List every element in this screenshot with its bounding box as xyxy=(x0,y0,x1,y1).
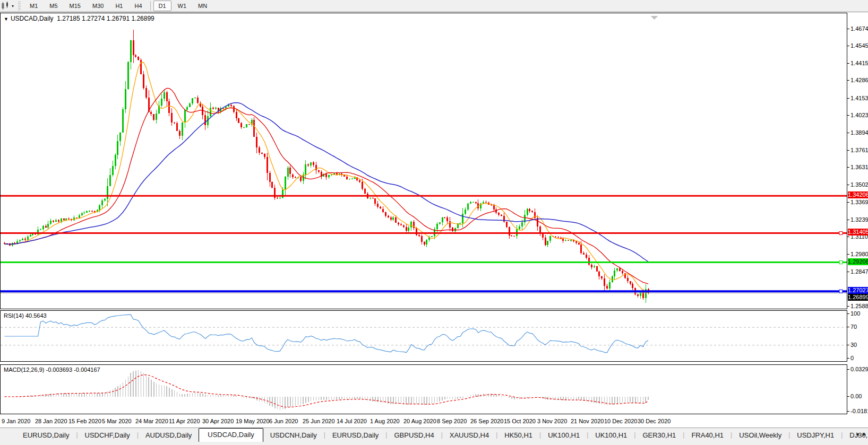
rsi-axis-label: 70 xyxy=(850,324,857,330)
date-axis-label: 8 Sep 2020 xyxy=(437,418,467,424)
macd-axis-label: -0.018154 xyxy=(850,408,868,414)
chart-shift-marker-icon[interactable] xyxy=(651,16,658,20)
macd-axis-tick xyxy=(847,411,849,412)
date-axis-label: 21 Nov 2020 xyxy=(571,418,604,424)
price-axis-tick xyxy=(847,150,849,151)
price-axis-tick xyxy=(847,254,849,255)
level-price-tag: 1.31405 xyxy=(848,229,868,235)
tab-usdchf-daily[interactable]: USDCHF,Daily xyxy=(78,429,137,442)
tab-eurusd-daily[interactable]: EURUSD,Daily xyxy=(16,429,76,442)
rsi-canvas xyxy=(1,311,847,361)
level-price-tag: 1.27027 xyxy=(848,287,868,294)
price-axis-tick xyxy=(847,220,849,220)
macd-axis-label: 0.00 xyxy=(850,393,862,399)
toolbar-drag-handle[interactable] xyxy=(18,2,21,10)
rsi-axis-label: 0 xyxy=(850,355,854,361)
level-line-handle[interactable] xyxy=(839,290,843,293)
tab-fra40-h1[interactable]: FRA40,H1 xyxy=(684,429,731,442)
main-chart-canvas xyxy=(1,13,847,309)
date-axis-label: 30 Apr 2020 xyxy=(202,418,234,424)
tab-gbpusd-h4[interactable]: GBPUSD,H4 xyxy=(387,429,441,442)
date-axis-label: 26 Sep 2020 xyxy=(470,418,503,424)
macd-histogram xyxy=(5,370,649,409)
price-axis-label: 1.46745 xyxy=(850,25,868,32)
price-axis-tick xyxy=(847,306,849,307)
date-axis-label: 25 Jun 2020 xyxy=(303,418,335,424)
tab-usdcnh-daily[interactable]: USDCNH,Daily xyxy=(263,429,324,442)
rsi-axis-tick xyxy=(847,327,849,327)
date-axis-label: 20 Aug 2020 xyxy=(403,418,436,424)
timeframe-button-d1[interactable]: D1 xyxy=(153,1,171,11)
tab-ger30-h1[interactable]: GER30,H1 xyxy=(635,429,683,442)
date-axis-label: 30 Dec 2020 xyxy=(638,418,671,424)
tab-scroll-buttons: ◂ ▸ xyxy=(856,431,866,438)
tab-audusd-daily[interactable]: AUDUSD,Daily xyxy=(139,429,199,442)
tab-usdcad-daily[interactable]: USDCAD,Daily xyxy=(199,428,263,442)
tab-scroll-right-icon[interactable]: ▸ xyxy=(863,431,866,438)
level-line-handle[interactable] xyxy=(839,261,843,264)
price-axis-label: 1.44155 xyxy=(850,60,868,66)
price-axis-label: 1.33690 xyxy=(850,199,868,205)
chart-type-icon[interactable] xyxy=(1,2,11,10)
timeframe-button-w1[interactable]: W1 xyxy=(173,1,192,11)
date-axis-label: 3 Nov 2020 xyxy=(537,418,567,424)
date-axis-label: 1 Aug 2020 xyxy=(370,418,400,424)
tab-usoil-weekly[interactable]: USOil,Weekly xyxy=(732,429,788,442)
level-line-handle[interactable] xyxy=(839,232,843,235)
window-bottom-edge xyxy=(0,442,868,445)
price-axis-label: 1.45450 xyxy=(850,42,868,49)
price-axis-tick xyxy=(847,115,849,116)
price-axis-label: 1.32395 xyxy=(850,216,868,223)
date-axis-label: 10 Dec 2020 xyxy=(604,418,637,424)
date-axis-label: 9 Jan 2020 xyxy=(2,418,30,424)
price-axis-label: 1.35020 xyxy=(850,181,868,188)
rsi-axis-tick xyxy=(847,358,849,359)
price-axis-label: 1.29805 xyxy=(850,251,868,257)
price-axis-tick xyxy=(847,237,849,237)
tab-eurusd-daily[interactable]: EURUSD,Daily xyxy=(325,429,385,442)
level-price-tag: 1.29208 xyxy=(848,258,868,265)
rsi-axis-tick xyxy=(847,345,849,345)
price-axis-tick xyxy=(847,29,849,29)
timeframe-button-h4[interactable]: H4 xyxy=(129,1,147,11)
timeframe-button-m15[interactable]: M15 xyxy=(64,1,86,11)
price-axis-label: 1.28475 xyxy=(850,268,868,275)
chart-title: ▼USDCAD,Daily 1.27185 1.27274 1.26791 1.… xyxy=(4,15,154,22)
date-axis-label: 15 Oct 2020 xyxy=(504,418,536,424)
moving-average-line-18 xyxy=(5,88,649,284)
instrument-tab-bar: EURUSD,Daily|USDCHF,Daily|AUDUSD,DailyUS… xyxy=(0,427,868,442)
chart-symbol-label: USDCAD,Daily xyxy=(11,15,54,22)
timeframe-button-m5[interactable]: M5 xyxy=(44,1,63,11)
price-axis-tick xyxy=(847,272,849,272)
tab-xauusd-h4[interactable]: XAUUSD,H4 xyxy=(443,429,496,442)
macd-axis-tick xyxy=(847,369,849,370)
level-price-tag: 1.34206 xyxy=(848,191,868,198)
tab-scroll-left-icon[interactable]: ◂ xyxy=(856,431,859,438)
date-axis-label: 5 Mar 2020 xyxy=(102,418,132,424)
tab-usdjpy-h1[interactable]: USDJPY,H1 xyxy=(790,429,841,442)
tab-uk100-h1[interactable]: UK100,H1 xyxy=(541,429,587,442)
timeframe-button-m1[interactable]: M1 xyxy=(24,1,43,11)
date-axis-label: 24 Mar 2020 xyxy=(135,418,168,424)
price-axis-tick xyxy=(847,46,849,46)
price-axis-tick xyxy=(847,185,849,185)
macd-panel: MACD(12,26,9) -0.003693 -0.004167 xyxy=(0,364,847,414)
chart-type-dropdown-icon[interactable]: ▾ xyxy=(11,4,16,8)
price-axis-label: 1.25885 xyxy=(850,303,868,309)
bid-price-tag: 1.26899 xyxy=(848,294,868,301)
timeframe-button-mn[interactable]: MN xyxy=(193,1,212,11)
tab-uk100-h1[interactable]: UK100,H1 xyxy=(588,429,634,442)
tab-hk50-h1[interactable]: HK50,H1 xyxy=(497,429,539,442)
rsi-axis-label: 30 xyxy=(850,342,857,348)
rsi-panel: RSI(14) 40.5643 xyxy=(0,310,847,362)
price-axis-label: 1.42860 xyxy=(850,77,868,83)
timeframe-button-m30[interactable]: M30 xyxy=(87,1,109,11)
rsi-label: RSI(14) 40.5643 xyxy=(4,312,47,319)
price-axis-tick xyxy=(847,167,849,168)
chart-dropdown-icon[interactable]: ▼ xyxy=(4,16,8,22)
timeframe-button-h1[interactable]: H1 xyxy=(110,1,128,11)
price-axis-tick xyxy=(847,202,849,203)
date-axis-label: 11 Apr 2020 xyxy=(169,418,200,424)
rsi-axis-label: 100 xyxy=(850,310,860,317)
price-axis-tick xyxy=(847,63,849,64)
